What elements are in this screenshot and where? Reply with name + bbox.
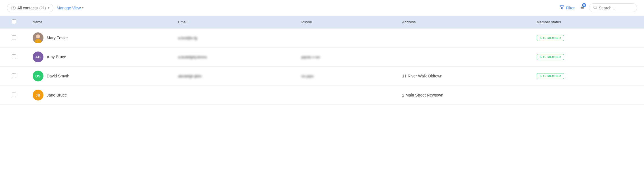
contacts-table: Name Email Phone Address Member status M… — [0, 16, 644, 105]
name-cell: Mary Foster — [33, 32, 169, 43]
table-header-row: Name Email Phone Address Member status — [0, 16, 644, 28]
svg-point-10 — [36, 34, 40, 38]
table-row: DS David Smyth abcdefgh.ijklmno pqrs11 R… — [0, 67, 644, 86]
status-badge: SITE MEMBER — [537, 54, 564, 60]
contacts-label: All contacts — [17, 6, 38, 10]
col-phone-header: Phone — [297, 16, 398, 28]
columns-button[interactable]: 12 — [579, 5, 584, 11]
chevron-down-icon: ▾ — [48, 6, 49, 9]
row-checkbox[interactable] — [12, 35, 16, 40]
svg-marker-0 — [560, 6, 564, 9]
avatar: JB — [33, 90, 43, 100]
contact-name: Mary Foster — [47, 36, 68, 40]
filter-button[interactable]: Filter — [560, 5, 575, 11]
contact-name: Jane Bruce — [47, 93, 67, 97]
search-input[interactable] — [599, 6, 633, 10]
contacts-count: (21) — [39, 6, 46, 10]
contact-email: a.bcdefghij.klmno — [178, 55, 207, 59]
search-icon — [593, 5, 597, 10]
contact-phone: pqrstu v wx — [301, 55, 320, 59]
info-icon: i — [11, 6, 16, 10]
avatar: DS — [33, 71, 43, 81]
name-cell: DS David Smyth — [33, 71, 169, 81]
row-checkbox[interactable] — [12, 93, 16, 97]
name-cell: AB Amy Bruce — [33, 52, 169, 62]
filter-icon — [560, 5, 564, 11]
status-badge: SITE MEMBER — [537, 73, 564, 79]
contact-name: Amy Bruce — [47, 55, 66, 59]
table-row: JB Jane Bruce 2 Main Street Newtown — [0, 86, 644, 105]
chevron-down-icon: ▾ — [82, 6, 83, 9]
contact-address — [398, 48, 532, 67]
svg-line-8 — [596, 8, 597, 9]
table-row: AB Amy Bruce a.bcdefghij.klmnopqrstu v w… — [0, 48, 644, 67]
toolbar: i All contacts (21) ▾ Manage View ▾ Filt… — [0, 0, 644, 16]
contact-email: abcdefgh.ijklm — [178, 74, 202, 78]
contact-address: 11 River Walk Oldtown — [398, 67, 532, 86]
avatar — [33, 32, 43, 43]
col-address-header: Address — [398, 16, 532, 28]
columns-icon — [579, 7, 584, 11]
contact-phone: no pqrs — [301, 74, 313, 78]
name-cell: JB Jane Bruce — [33, 90, 169, 100]
row-checkbox[interactable] — [12, 73, 16, 78]
contact-address — [398, 28, 532, 48]
col-email-header: Email — [173, 16, 297, 28]
manage-view-label: Manage View — [57, 6, 81, 10]
toolbar-right: Filter 12 — [560, 3, 637, 12]
col-status-header: Member status — [532, 16, 644, 28]
search-box[interactable] — [589, 3, 637, 12]
select-all-header[interactable] — [0, 16, 28, 28]
manage-view-button[interactable]: Manage View ▾ — [57, 6, 84, 10]
contact-address: 2 Main Street Newtown — [398, 86, 532, 105]
row-checkbox[interactable] — [12, 54, 16, 59]
select-all-checkbox[interactable] — [12, 19, 16, 24]
status-badge: SITE MEMBER — [537, 35, 564, 41]
svg-point-7 — [594, 6, 596, 9]
col-name-header: Name — [28, 16, 174, 28]
all-contacts-button[interactable]: i All contacts (21) ▾ — [7, 4, 53, 12]
filter-label: Filter — [566, 6, 575, 10]
contact-name: David Smyth — [47, 74, 69, 78]
contact-email: a.bcd@e.fg — [178, 36, 197, 40]
columns-badge: 12 — [582, 3, 586, 7]
table-row: Mary Foster a.bcd@e.fgSITE MEMBER — [0, 28, 644, 48]
avatar: AB — [33, 52, 43, 62]
